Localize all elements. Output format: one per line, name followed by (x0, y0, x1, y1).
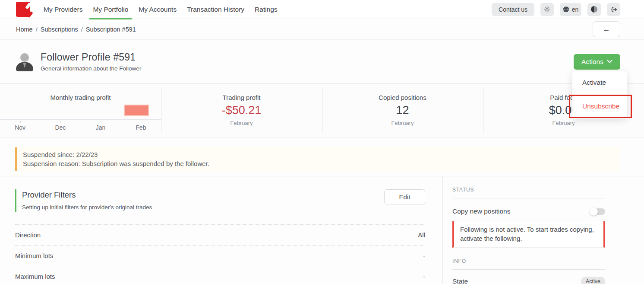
top-navigation-bar: My Providers My Portfolio My Accounts Tr… (0, 0, 644, 19)
chart-x-axis (0, 119, 161, 120)
chart-tick-jan: Jan (81, 121, 121, 131)
row-label: Minimum lots (15, 252, 53, 259)
toggle-knob (590, 207, 598, 216)
row-value: - (423, 252, 425, 259)
actions-menu-wrapper: Actions Activate Unsubscribe (574, 54, 620, 70)
profile-header: Follower Profile #591 General informatio… (0, 40, 644, 83)
stat-trading-profit: Trading profit -$50.21 February (161, 84, 322, 137)
copy-positions-toggle[interactable] (590, 208, 605, 215)
settings-button[interactable] (540, 3, 554, 16)
actions-button-label: Actions (581, 58, 603, 66)
menu-item-unsubscribe[interactable]: Unsubscribe (572, 95, 627, 118)
breadcrumb: Home / Subscriptions / Subscription #591 (16, 26, 136, 33)
chart-tick-dec: Dec (40, 121, 80, 131)
nav-my-providers[interactable]: My Providers (40, 0, 86, 19)
gear-icon (544, 6, 550, 13)
stat-value: 12 (322, 104, 483, 117)
contact-us-button[interactable]: Contact us (492, 3, 534, 16)
actions-dropdown: Activate Unsubscribe (572, 71, 627, 118)
nav-my-portfolio[interactable]: My Portfolio (89, 0, 132, 19)
profile-titles: Follower Profile #591 General informatio… (41, 51, 141, 72)
provider-filters-section: Provider Filters Setting up initial filt… (0, 176, 442, 284)
topbar-actions: Contact us (492, 3, 620, 16)
following-inactive-warning: Following is not active. To start trades… (452, 221, 605, 248)
status-sidebar: STATUS Copy new positions Following is n… (442, 176, 605, 284)
breadcrumb-current: Subscription #591 (86, 26, 136, 33)
breadcrumb-subscriptions[interactable]: Subscriptions (41, 26, 78, 33)
row-maximum-lots: Maximum lots - (15, 266, 425, 284)
breadcrumb-separator: / (36, 26, 38, 33)
provider-filters-titles: Provider Filters Setting up initial filt… (15, 189, 152, 212)
monthly-profit-chart: Monthly trading profit Nov Dec Jan Feb (0, 84, 161, 137)
globe-icon (563, 6, 569, 13)
status-badge: Active (581, 277, 605, 284)
logout-icon (610, 6, 617, 13)
menu-item-activate[interactable]: Activate (572, 71, 627, 95)
main-nav: My Providers My Portfolio My Accounts Tr… (40, 0, 284, 19)
section-subtitle: Setting up initial filters for provider'… (22, 204, 152, 211)
row-minimum-lots: Minimum lots - (15, 245, 425, 266)
breadcrumb-row: Home / Subscriptions / Subscription #591… (0, 19, 644, 40)
lower-section: Provider Filters Setting up initial filt… (0, 176, 644, 284)
logout-button[interactable] (607, 3, 620, 16)
theme-toggle-button[interactable] (587, 3, 601, 16)
copy-new-positions-row: Copy new positions (452, 207, 605, 215)
avatar (16, 52, 34, 71)
status-header: STATUS (452, 187, 605, 193)
breadcrumb-home[interactable]: Home (16, 26, 33, 33)
chart-x-labels: Nov Dec Jan Feb (0, 121, 161, 131)
nav-ratings[interactable]: Ratings (251, 0, 281, 19)
row-value: All (418, 231, 425, 239)
brand-logo-icon[interactable] (16, 1, 32, 18)
state-label: State (452, 278, 468, 284)
provider-filters-header: Provider Filters Setting up initial filt… (15, 189, 425, 212)
state-row: State Active (452, 270, 605, 284)
stat-label: Copied positions (322, 94, 483, 101)
suspension-banner: Suspended since: 2/22/23 Suspension reas… (15, 147, 620, 171)
avatar-head (20, 53, 29, 62)
nav-my-accounts[interactable]: My Accounts (135, 0, 180, 19)
language-label: en (572, 6, 579, 13)
stat-label: Trading profit (161, 94, 322, 101)
row-direction: Direction All (15, 224, 425, 245)
back-arrow-icon: ← (603, 25, 610, 34)
suspended-since-text: Suspended since: 2/22/23 (23, 150, 614, 159)
edit-button[interactable]: Edit (384, 189, 425, 204)
section-title: Provider Filters (22, 190, 152, 200)
stats-strip: Monthly trading profit Nov Dec Jan Feb T… (0, 83, 644, 137)
stat-copied-positions: Copied positions 12 February (322, 84, 483, 137)
stat-period: February (483, 120, 644, 126)
chevron-down-icon (607, 60, 612, 64)
row-value: - (423, 273, 425, 280)
stat-period: February (322, 120, 483, 126)
toggle-label: Copy new positions (452, 207, 510, 215)
chart-tick-feb: Feb (121, 121, 161, 131)
back-button[interactable]: ← (593, 21, 620, 37)
stat-value: -$50.21 (161, 104, 322, 117)
chart-tick-nov: Nov (0, 121, 40, 131)
breadcrumb-separator: / (81, 26, 83, 33)
contrast-icon (591, 6, 597, 13)
row-label: Maximum lots (15, 273, 55, 280)
chart-plot (6, 101, 155, 119)
page-title: Follower Profile #591 (41, 51, 141, 63)
page-subtitle: General information about the Follower (41, 65, 141, 72)
chart-bar-feb (124, 105, 149, 116)
filters-rows: Direction All Minimum lots - Maximum lot… (15, 224, 425, 284)
divider (452, 198, 605, 198)
stat-period: February (161, 120, 322, 126)
language-button[interactable]: en (560, 3, 581, 16)
nav-transaction-history[interactable]: Transaction History (183, 0, 248, 19)
row-label: Direction (15, 231, 41, 239)
actions-button[interactable]: Actions (574, 54, 620, 70)
chart-title: Monthly trading profit (0, 94, 161, 101)
suspension-reason-text: Suspension reason: Subscription was susp… (23, 159, 614, 168)
info-header: INFO (452, 258, 605, 264)
